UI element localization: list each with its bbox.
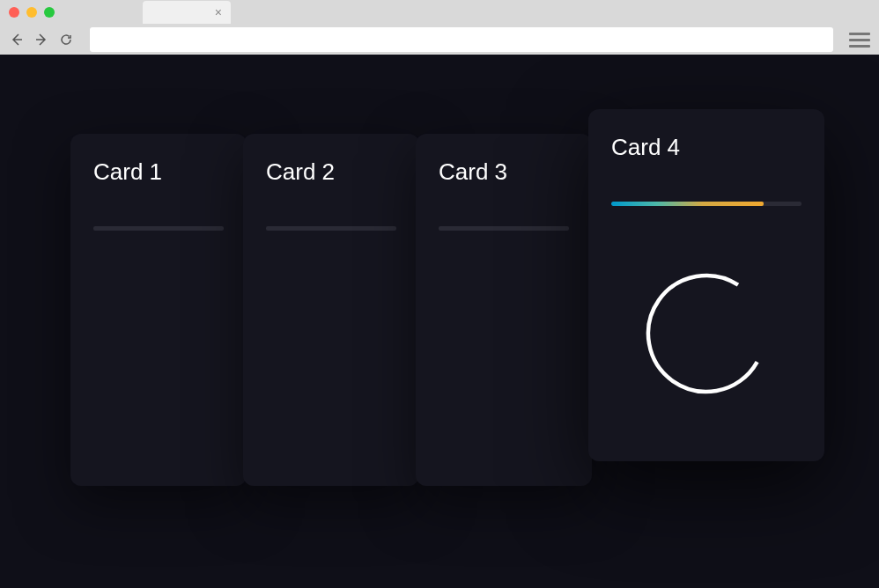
card-divider	[93, 226, 224, 231]
cards-container: Card 1 Card 2 Card 3 Card 4	[70, 134, 821, 486]
card-3[interactable]: Card 3	[416, 134, 592, 486]
browser-toolbar	[0, 25, 879, 55]
browser-tab[interactable]: ×	[143, 1, 231, 24]
tab-strip: ×	[0, 0, 879, 25]
back-button[interactable]	[9, 32, 25, 48]
card-title: Card 4	[611, 134, 801, 161]
card-2[interactable]: Card 2	[243, 134, 419, 486]
card-title: Card 2	[266, 158, 396, 186]
menu-button[interactable]	[849, 29, 870, 50]
page-content: Card 1 Card 2 Card 3 Card 4	[0, 55, 879, 588]
window-maximize-button[interactable]	[44, 7, 55, 18]
card-progress-track	[611, 202, 801, 206]
card-title: Card 1	[93, 158, 224, 186]
svg-point-0	[640, 268, 772, 400]
card-divider	[439, 226, 569, 231]
card-progress-fill	[611, 202, 764, 206]
address-bar[interactable]	[90, 27, 833, 52]
browser-chrome: ×	[0, 0, 879, 55]
traffic-lights	[9, 7, 55, 18]
window-close-button[interactable]	[9, 7, 19, 18]
card-title: Card 3	[439, 158, 569, 186]
forward-button[interactable]	[33, 32, 49, 48]
window-minimize-button[interactable]	[26, 7, 37, 18]
loading-spinner-icon	[640, 268, 772, 400]
tab-close-icon[interactable]: ×	[215, 6, 222, 18]
card-4[interactable]: Card 4	[588, 109, 824, 461]
spinner-container	[611, 268, 801, 400]
reload-button[interactable]	[58, 32, 74, 48]
card-1[interactable]: Card 1	[70, 134, 247, 486]
arrow-left-icon	[10, 33, 24, 47]
reload-icon	[59, 33, 73, 47]
card-divider	[266, 226, 396, 231]
hamburger-icon	[849, 33, 870, 35]
arrow-right-icon	[34, 33, 48, 47]
